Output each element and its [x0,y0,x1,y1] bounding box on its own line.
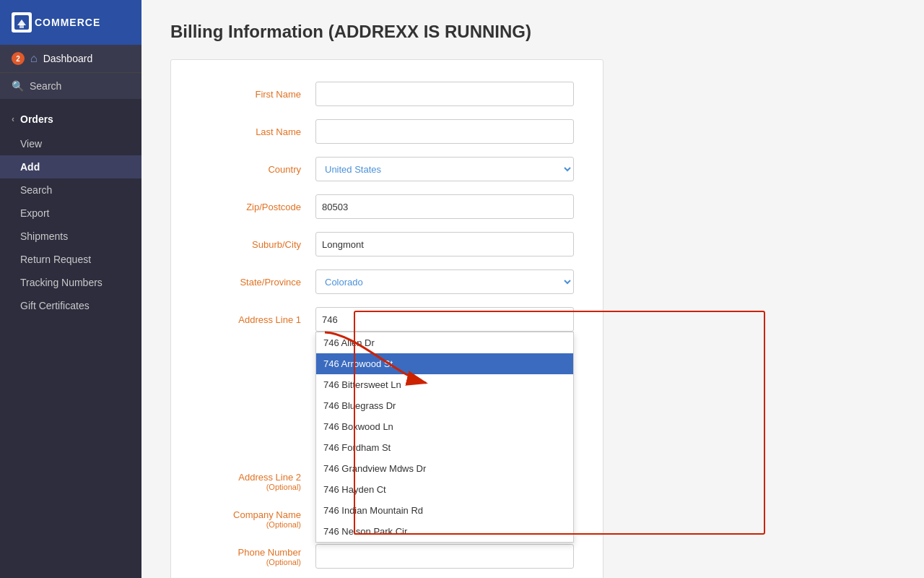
billing-form: First Name Last Name Country United Stat… [170,59,603,578]
state-row: State/Province Colorado [200,269,574,294]
last-name-label: Last Name [200,126,315,137]
address2-label: Address Line 2 [238,472,301,483]
first-name-label: First Name [200,89,315,100]
dashboard-label: Dashboard [43,53,93,64]
svg-rect-1 [19,24,24,28]
autocomplete-item-1[interactable]: 746 Arrowood St [316,353,573,374]
home-icon: ⌂ [30,52,38,65]
city-row: Suburb/City [200,232,574,256]
company-optional: (Optional) [266,520,301,529]
sidebar-item-tracking-numbers[interactable]: Tracking Numbers [0,271,141,294]
orders-header[interactable]: ‹ Orders [0,106,141,132]
sidebar-item-gift-certificates[interactable]: Gift Certificates [0,294,141,317]
autocomplete-item-6[interactable]: 746 Grandview Mdws Dr [316,458,573,479]
autocomplete-item-8[interactable]: 746 Indian Mountain Rd [316,500,573,521]
phone-label-stack: Phone Number (Optional) [200,547,315,566]
country-label: Country [200,164,315,175]
sidebar-item-return-request[interactable]: Return Request [0,248,141,271]
dashboard-item[interactable]: 2 ⌂ Dashboard [0,45,141,72]
chevron-left-icon: ‹ [12,114,14,124]
phone-input[interactable] [315,544,574,569]
country-row: Country United States [200,157,574,181]
city-label: Suburb/City [200,239,315,250]
logo-text: COMMERCE [35,17,100,28]
autocomplete-item-5[interactable]: 746 Fordham St [316,437,573,458]
address1-row: Address Line 1 746 Allen Dr 746 Arrowood… [200,307,574,332]
autocomplete-item-4[interactable]: 746 Boxwood Ln [316,416,573,437]
zip-label: Zip/Postcode [200,202,315,212]
page-title: Billing Information (ADDREXX IS RUNNING) [170,22,895,42]
autocomplete-item-9[interactable]: 746 Nelson Park Cir [316,521,573,542]
state-label: State/Province [200,277,315,288]
sidebar-item-export[interactable]: Export [0,202,141,225]
notification-badge: 2 [12,52,25,65]
phone-optional: (Optional) [266,558,301,566]
phone-label: Phone Number [238,547,301,558]
company-label: Company Name [233,509,301,520]
state-select[interactable]: Colorado [315,269,574,294]
address1-autocomplete-wrapper: 746 Allen Dr 746 Arrowood St 746 Bitters… [315,307,574,332]
orders-label: Orders [20,113,53,125]
autocomplete-dropdown: 746 Allen Dr 746 Arrowood St 746 Bitters… [315,332,574,543]
first-name-row: First Name [200,82,574,106]
sidebar-item-shipments[interactable]: Shipments [0,225,141,248]
address2-optional: (Optional) [266,483,301,491]
autocomplete-item-3[interactable]: 746 Bluegrass Dr [316,395,573,416]
sidebar-item-view[interactable]: View [0,132,141,155]
phone-row: Phone Number (Optional) [200,544,574,569]
autocomplete-item-2[interactable]: 746 Bittersweet Ln [316,374,573,395]
sidebar-logo: COMMERCE [0,0,141,45]
last-name-row: Last Name [200,119,574,144]
sidebar-item-add[interactable]: Add [0,155,141,178]
sidebar-item-search[interactable]: Search [0,178,141,202]
search-nav-label: Search [30,80,61,92]
city-input[interactable] [315,232,574,256]
zip-input[interactable] [315,194,574,219]
main-content: Billing Information (ADDREXX IS RUNNING)… [141,0,924,578]
search-nav-item[interactable]: 🔍 Search [0,72,141,99]
autocomplete-item-0[interactable]: 746 Allen Dr [316,332,573,353]
last-name-input[interactable] [315,119,574,144]
first-name-input[interactable] [315,82,574,106]
address1-label: Address Line 1 [200,314,315,325]
address1-input[interactable] [315,307,574,332]
logo-icon [12,12,32,33]
orders-section: ‹ Orders View Add Search Export Shipment… [0,99,141,324]
country-select[interactable]: United States [315,157,574,181]
autocomplete-item-7[interactable]: 746 Hayden Ct [316,479,573,500]
company-label-stack: Company Name (Optional) [200,509,315,529]
search-icon: 🔍 [12,80,24,92]
sidebar: COMMERCE 2 ⌂ Dashboard 🔍 Search ‹ Orders… [0,0,141,578]
zip-row: Zip/Postcode [200,194,574,219]
address2-label-stack: Address Line 2 (Optional) [200,472,315,491]
